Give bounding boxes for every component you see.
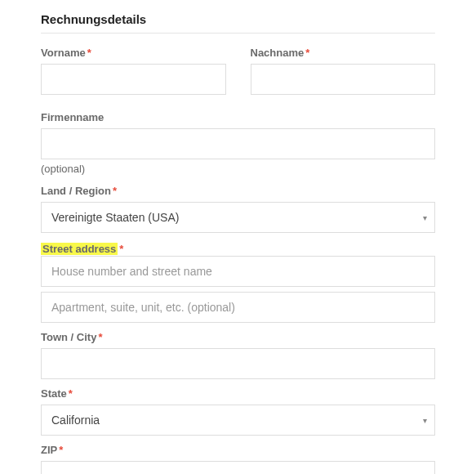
zip-input[interactable] bbox=[41, 461, 435, 474]
field-country: Land / Region* Vereinigte Staaten (USA) … bbox=[41, 185, 435, 233]
street-input-line1[interactable] bbox=[41, 256, 435, 287]
firstname-label-text: Vorname bbox=[41, 47, 86, 59]
required-asterisk: * bbox=[87, 47, 91, 59]
required-asterisk: * bbox=[305, 47, 309, 59]
state-label: State* bbox=[41, 387, 435, 400]
field-company: Firmenname (optional) bbox=[41, 111, 435, 175]
field-zip: ZIP* bbox=[41, 444, 435, 474]
field-firstname: Vorname* bbox=[41, 47, 226, 95]
required-asterisk: * bbox=[59, 444, 63, 456]
field-lastname: Nachname* bbox=[251, 47, 436, 95]
country-select[interactable]: Vereinigte Staaten (USA) bbox=[41, 202, 435, 233]
lastname-input[interactable] bbox=[251, 64, 436, 95]
lastname-label: Nachname* bbox=[251, 47, 436, 59]
company-optional: (optional) bbox=[41, 163, 435, 175]
street-label: Street address* bbox=[41, 243, 123, 255]
company-label: Firmenname bbox=[41, 111, 435, 123]
lastname-label-text: Nachname bbox=[251, 47, 305, 59]
firstname-label: Vorname* bbox=[41, 47, 226, 59]
required-asterisk: * bbox=[119, 243, 123, 255]
company-input[interactable] bbox=[41, 128, 435, 159]
required-asterisk: * bbox=[69, 387, 73, 400]
required-asterisk: * bbox=[98, 331, 102, 343]
required-asterisk: * bbox=[113, 185, 117, 197]
city-label-text: Town / City bbox=[41, 331, 96, 343]
field-state: State* California ▾ bbox=[41, 387, 435, 436]
field-street: Street address* bbox=[41, 241, 435, 323]
country-selected-value: Vereinigte Staaten (USA) bbox=[51, 211, 179, 224]
divider bbox=[41, 33, 435, 34]
field-city: Town / City* bbox=[41, 331, 435, 379]
street-input-line2[interactable] bbox=[41, 292, 435, 323]
city-label: Town / City* bbox=[41, 331, 435, 343]
state-selected-value: California bbox=[51, 414, 100, 427]
state-select[interactable]: California bbox=[41, 405, 435, 436]
street-label-text: Street address bbox=[41, 243, 118, 255]
firstname-input[interactable] bbox=[41, 64, 226, 95]
zip-label: ZIP* bbox=[41, 444, 435, 456]
page-title: Rechnungsdetails bbox=[41, 12, 435, 26]
city-input[interactable] bbox=[41, 348, 435, 379]
country-label-text: Land / Region bbox=[41, 185, 111, 197]
state-label-text: State bbox=[41, 387, 67, 400]
country-label: Land / Region* bbox=[41, 185, 435, 197]
zip-label-text: ZIP bbox=[41, 444, 57, 456]
